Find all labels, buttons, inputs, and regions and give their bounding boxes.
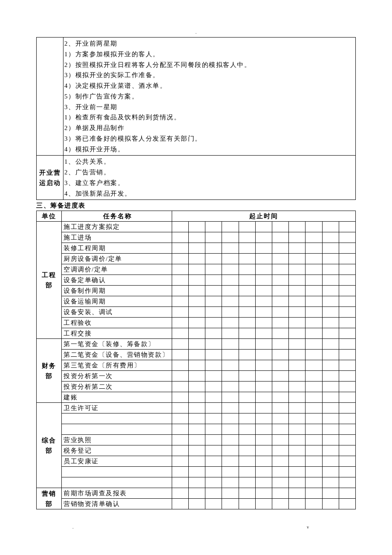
time-cell (322, 499, 339, 509)
table-row (37, 467, 356, 477)
time-cell (322, 328, 339, 339)
table-row (37, 477, 356, 488)
time-cell (172, 435, 188, 445)
time-cell (239, 392, 255, 403)
time-cell (188, 371, 205, 382)
time-cell (205, 296, 222, 307)
time-cell (239, 350, 255, 360)
time-cell (222, 339, 239, 350)
time-cell (322, 382, 339, 392)
time-cell (255, 403, 272, 413)
time-cell (322, 222, 339, 232)
task-cell (62, 467, 172, 477)
time-cell (222, 360, 239, 371)
time-cell (239, 499, 255, 509)
time-cell (222, 435, 239, 445)
time-cell (255, 222, 272, 232)
time-cell (239, 413, 255, 424)
task-cell: 空调调价/定单 (62, 264, 172, 275)
time-cell (188, 286, 205, 296)
time-cell (239, 296, 255, 307)
time-cell (188, 243, 205, 254)
time-cell (222, 456, 239, 467)
time-cell (289, 488, 306, 499)
time-cell (272, 382, 288, 392)
time-cell (172, 350, 188, 360)
time-cell (306, 488, 322, 499)
time-cell (205, 222, 222, 232)
time-cell (205, 499, 222, 509)
time-cell (188, 339, 205, 350)
time-cell (222, 382, 239, 392)
time-cell (255, 488, 272, 499)
table-row: 财务部第一笔资金〔装修、筹备款〕 (37, 339, 356, 350)
time-cell (188, 382, 205, 392)
task-cell: 第三笔资金〔所有费用〕 (62, 360, 172, 371)
time-cell (239, 264, 255, 275)
time-cell (322, 243, 339, 254)
time-cell (172, 296, 188, 307)
time-cell (272, 413, 288, 424)
time-cell (306, 328, 322, 339)
time-cell (306, 339, 322, 350)
time-cell (322, 264, 339, 275)
table-row: 装修工程周期 (37, 243, 356, 254)
task-cell (62, 477, 172, 488)
time-cell (289, 456, 306, 467)
table-row: 综合部卫生许可证 (37, 403, 356, 413)
time-cell (289, 382, 306, 392)
table-row (37, 413, 356, 424)
time-cell (339, 435, 355, 445)
time-cell (188, 456, 205, 467)
table-row: 投资分析第二次 (37, 382, 356, 392)
time-cell (172, 413, 188, 424)
time-cell (339, 445, 355, 456)
time-cell (205, 264, 222, 275)
time-cell (322, 445, 339, 456)
time-cell (272, 403, 288, 413)
time-cell (306, 318, 322, 328)
time-cell (255, 424, 272, 435)
time-cell (205, 456, 222, 467)
footer: . v (36, 525, 356, 531)
time-cell (188, 275, 205, 286)
time-cell (255, 254, 272, 264)
time-cell (172, 243, 188, 254)
time-cell (239, 445, 255, 456)
table-row: 营业执照 (37, 435, 356, 445)
time-cell (239, 371, 255, 382)
task-cell: 第一笔资金〔装修、筹备款〕 (62, 339, 172, 350)
footer-dot: . (72, 525, 74, 529)
time-cell (306, 445, 322, 456)
task-cell: 工程交接 (62, 328, 172, 339)
header-dot: . (36, 30, 356, 35)
time-cell (239, 488, 255, 499)
time-cell (289, 371, 306, 382)
time-cell (272, 467, 288, 477)
table-row: 设备制作周期 (37, 286, 356, 296)
time-cell (322, 254, 339, 264)
time-cell (188, 488, 205, 499)
task-cell: 前期市场调查及报表 (62, 488, 172, 499)
time-cell (255, 339, 272, 350)
task-cell: 设备安装、调试 (62, 307, 172, 318)
time-cell (289, 339, 306, 350)
time-cell (322, 392, 339, 403)
time-cell (255, 307, 272, 318)
time-cell (188, 222, 205, 232)
time-cell (339, 328, 355, 339)
time-cell (239, 435, 255, 445)
time-cell (306, 413, 322, 424)
time-cell (222, 275, 239, 286)
time-cell (272, 488, 288, 499)
time-cell (188, 307, 205, 318)
time-cell (339, 424, 355, 435)
table-row: 员工安康证 (37, 456, 356, 467)
time-cell (289, 424, 306, 435)
time-cell (306, 254, 322, 264)
time-cell (255, 296, 272, 307)
task-cell: 税务登记 (62, 445, 172, 456)
time-cell (222, 477, 239, 488)
time-cell (322, 435, 339, 445)
time-cell (339, 382, 355, 392)
